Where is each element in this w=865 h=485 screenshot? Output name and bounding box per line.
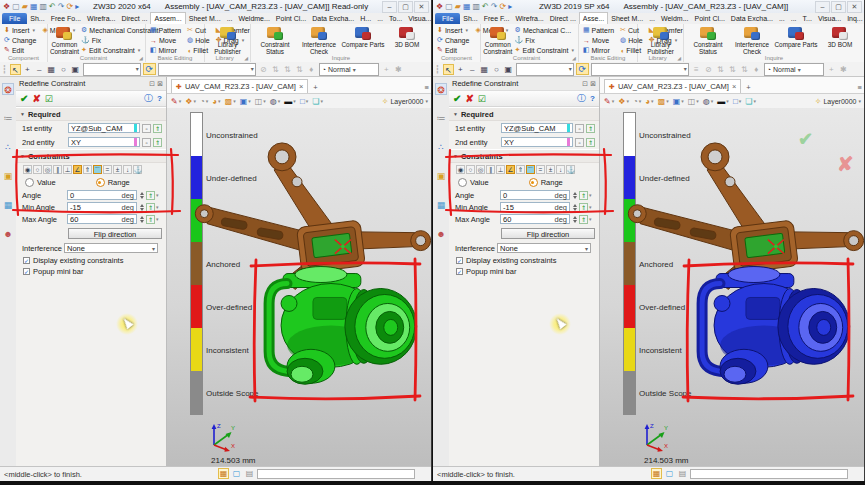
checkbox[interactable]: ✓ [456,257,463,264]
entity-input[interactable]: YZ@Sub_CAM [501,123,573,133]
filter-dropdown[interactable] [83,63,141,76]
selection-tool-icon[interactable]: ≡ [691,64,702,75]
dock-tab-icon[interactable]: ▣ [435,170,447,182]
common-constraint-button[interactable]: Common Constraint [50,25,79,55]
window-control-button[interactable]: ▢ [398,1,413,13]
qat-icon[interactable]: ⟳ [66,1,73,13]
library-publisher-button[interactable]: Library Publisher [207,25,248,55]
constraint-type-icon[interactable]: ⚓ [566,165,575,174]
view-tool-icon[interactable]: ◍ [270,97,281,106]
qat-icon[interactable]: ⟳ [499,1,506,13]
ribbon-tab[interactable]: Sh... [27,13,47,24]
tab-list-icon[interactable]: ≡ [858,83,862,93]
constraint-type-icon[interactable]: ⇑ [516,165,525,174]
pick-mode-combo[interactable]: ◔Normal [764,63,824,76]
constraint-type-icon[interactable]: ○ [466,165,475,174]
selection-tool-icon[interactable]: ✱ [838,64,849,75]
confirm-check-icon[interactable]: ✔ [798,128,813,150]
dock-tab-icon[interactable]: ∴ [2,141,14,153]
constraint-type-icon[interactable]: ⌒ [526,165,535,174]
pick-angle-icon[interactable]: ⇑ [579,191,588,200]
document-tab[interactable]: ✚ UAV_CAM_R23.Z3 - [UAV_CAM] × [604,79,741,93]
constraint-type-icon[interactable]: ⊥ [496,165,505,174]
view-tool-icon[interactable]: ▩ [658,97,669,106]
panel-close-icon[interactable]: ⊠ [590,80,596,88]
constraints-section-header[interactable]: ▼ Constraints [449,149,599,163]
view-tool-icon[interactable]: ✎ [171,97,181,106]
entity-clear-icon[interactable]: ▫ [575,138,584,147]
filter-dropdown[interactable] [516,63,574,76]
document-tab[interactable]: ✚ UAV_CAM_R23.Z3 - [UAV_CAM] × [171,79,308,93]
selection-tool-icon[interactable]: ⊘ [258,64,269,75]
dock-tab-icon[interactable]: ☻ [435,228,447,240]
selection-tool-icon[interactable]: ⇅ [282,64,293,75]
constraint-type-icon[interactable]: = [536,165,545,174]
ribbon-tab[interactable]: ... [646,13,658,24]
pick-angle-icon[interactable]: ⇑ [579,215,588,224]
view-tool-icon[interactable]: ◍ [703,97,714,106]
ribbon-small-button[interactable]: →Move [581,35,616,45]
entity-input[interactable]: XY [501,137,573,147]
field-options-arrow-icon[interactable]: ▾ [589,204,592,210]
dock-tab-icon[interactable]: ▦ [2,199,14,211]
selection-set-dropdown[interactable] [158,63,256,76]
panel-pin-icon[interactable]: ⊡ [149,80,155,88]
refresh-icon[interactable]: ⟳ [143,63,156,75]
view-tool-icon[interactable]: ✎ [604,97,614,106]
selection-filter-icon[interactable]: – [467,64,478,75]
spinner-control[interactable] [138,214,145,224]
ribbon-small-button[interactable]: ⬇Insert [2,25,38,35]
ribbon-tab[interactable]: Data Excha... [309,13,357,24]
ribbon-tab[interactable]: Assem... [150,12,185,24]
view-tool-icon[interactable]: ◔ [633,97,641,106]
ribbon-tab[interactable]: ... [776,13,788,24]
qat-icon[interactable]: ▰ [22,1,28,13]
inquire-big-button[interactable]: Constraint Status [686,25,730,55]
inquire-big-button[interactable]: Compare Parts [774,25,818,55]
inquire-big-button[interactable]: Interference Check [297,25,341,55]
ribbon-tab[interactable]: Direct ... [118,13,150,24]
selection-filter-icon[interactable]: – [34,64,45,75]
ribbon-tab[interactable]: File [2,13,27,24]
ribbon-tab[interactable]: Direct ... [547,13,579,24]
constraint-type-icon[interactable]: ⚓ [133,165,142,174]
entity-input[interactable]: XY [68,137,140,147]
constraint-type-icon[interactable]: ⇑ [83,165,92,174]
view-tool-icon[interactable]: ❏ [745,97,756,106]
entity-pick-icon[interactable]: ⇑ [586,138,595,147]
angle-input[interactable]: -15deg [500,202,570,212]
ok-button[interactable]: ✔ [453,93,461,104]
constraints-section-header[interactable]: ▼ Constraints [16,149,166,163]
entity-pick-icon[interactable]: ⇑ [153,124,162,133]
layer-selector[interactable]: ✧ Layer0000 [382,97,428,106]
range-radio[interactable] [96,178,105,187]
qat-icon[interactable]: ❖ [436,1,443,13]
interference-select[interactable]: None [497,243,591,253]
selection-set-dropdown[interactable] [591,63,689,76]
angle-input[interactable]: 60deg [67,214,137,224]
constraint-type-icon[interactable]: ∠ [506,165,515,174]
cancel-button[interactable]: ✘ [32,93,40,104]
checkbox[interactable]: ✓ [456,268,463,275]
ribbon-small-button[interactable]: ⟳Change [435,35,471,45]
entity-clear-icon[interactable]: ▫ [142,124,151,133]
angle-input[interactable]: 60deg [500,214,570,224]
qat-icon[interactable]: ▦ [463,1,471,13]
constraint-type-icon[interactable]: ○ [33,165,42,174]
status-tool-icon[interactable]: ▦ [218,468,229,479]
toolbar-grip[interactable]: ┇ [2,65,7,74]
selection-tool-icon[interactable]: ⇅ [727,64,738,75]
dock-tab-icon[interactable]: ▦ [435,199,447,211]
constraint-type-icon[interactable]: ↓ [123,165,132,174]
inquire-big-button[interactable]: 3D BOM [818,25,862,55]
panel-close-icon[interactable]: ⊠ [157,80,163,88]
ribbon-tab[interactable]: ... [788,13,800,24]
constraint-type-icon[interactable]: ± [113,165,122,174]
panel-pin-icon[interactable]: ⊡ [582,80,588,88]
selection-filter-icon[interactable]: + [455,64,466,75]
ribbon-tab[interactable]: Visua... [405,13,432,24]
common-constraint-button[interactable]: Common Constraint [483,25,513,55]
window-control-button[interactable]: ▢ [831,1,846,13]
ribbon-tab[interactable]: Asse... [579,12,608,24]
apply-button[interactable]: ☑ [478,94,486,104]
